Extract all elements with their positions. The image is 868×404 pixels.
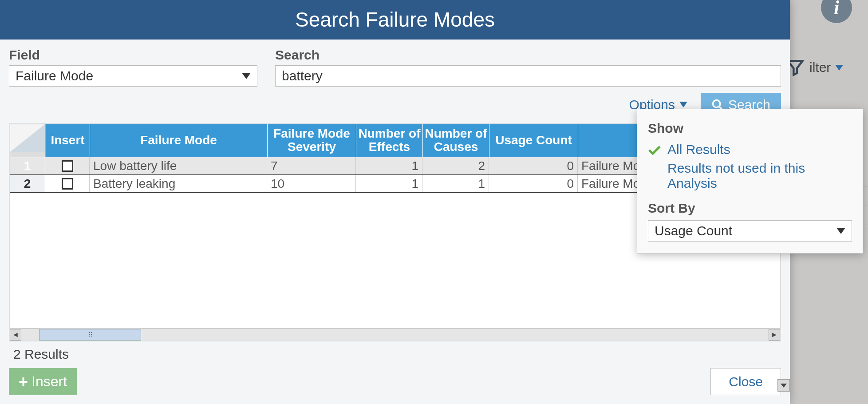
- cell-severity: 10: [267, 175, 356, 192]
- option-all-results[interactable]: All Results: [648, 140, 852, 159]
- cell-effects: 1: [356, 175, 422, 192]
- col-failure-mode[interactable]: Failure Mode: [90, 124, 268, 157]
- field-select-value: Failure Mode: [16, 68, 93, 83]
- dialog-title: Search Failure Modes: [0, 0, 790, 40]
- svg-point-0: [713, 100, 720, 107]
- cell-causes: 2: [422, 157, 489, 174]
- check-icon: [648, 143, 661, 153]
- row-index: 2: [10, 175, 45, 192]
- col-effects[interactable]: Number of Effects: [356, 124, 423, 157]
- table-corner[interactable]: [10, 124, 46, 157]
- results-count: 2 Results: [0, 341, 790, 364]
- col-causes[interactable]: Number of Causes: [423, 124, 489, 157]
- cell-failure-mode: Low battery life: [90, 157, 267, 174]
- horizontal-scrollbar[interactable]: ◄ ►: [10, 328, 780, 341]
- option-label: All Results: [667, 142, 730, 157]
- scroll-left-button[interactable]: ◄: [10, 329, 21, 341]
- chevron-down-icon: [835, 65, 843, 71]
- cell-causes: 1: [422, 175, 489, 192]
- cell-failure-mode: Battery leaking: [90, 175, 267, 192]
- option-unused-results[interactable]: Results not used in this Analysis: [648, 159, 852, 193]
- cell-effects: 1: [356, 157, 422, 174]
- scrollbar-track[interactable]: [21, 329, 769, 341]
- cell-severity: 7: [267, 157, 356, 174]
- field-select[interactable]: Failure Mode: [9, 65, 257, 87]
- cell-usage: 0: [489, 157, 578, 174]
- scroll-down-button[interactable]: [777, 379, 790, 392]
- chevron-down-icon: [242, 73, 251, 79]
- filter-label: ilter: [809, 60, 831, 75]
- chevron-down-icon: [679, 102, 687, 107]
- sortby-section-label: Sort By: [648, 201, 852, 216]
- scroll-right-button[interactable]: ►: [769, 329, 780, 341]
- col-usage[interactable]: Usage Count: [489, 124, 578, 157]
- insert-checkbox[interactable]: [62, 160, 73, 172]
- close-button[interactable]: Close: [710, 368, 781, 395]
- col-severity[interactable]: Failure Mode Severity: [268, 124, 356, 157]
- insert-checkbox[interactable]: [62, 178, 73, 190]
- option-label: Results not used in this Analysis: [667, 161, 805, 190]
- scrollbar-thumb[interactable]: [39, 329, 141, 341]
- cell-usage: 0: [489, 175, 578, 192]
- filter-control[interactable]: ilter: [785, 58, 843, 77]
- field-label: Field: [9, 48, 257, 63]
- col-insert[interactable]: Insert: [46, 124, 90, 157]
- row-index: 1: [10, 157, 45, 174]
- sortby-value: Usage Count: [655, 223, 732, 238]
- insert-button-label: Insert: [32, 373, 67, 390]
- chevron-down-icon: [781, 384, 787, 388]
- show-section-label: Show: [648, 121, 852, 136]
- options-popover: Show All Results Results not used in thi…: [637, 109, 863, 253]
- search-label: Search: [275, 48, 781, 63]
- info-icon: i: [821, 0, 852, 23]
- chevron-down-icon: [836, 228, 845, 234]
- sortby-select[interactable]: Usage Count: [648, 220, 852, 242]
- search-input[interactable]: [275, 65, 781, 87]
- insert-button[interactable]: + Insert: [9, 368, 77, 395]
